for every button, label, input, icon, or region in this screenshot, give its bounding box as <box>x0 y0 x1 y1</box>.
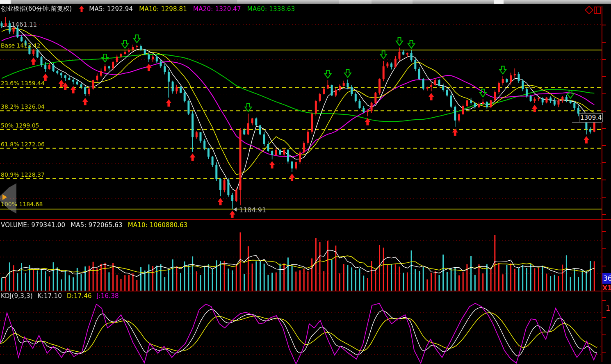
toolbar-segment <box>339 0 372 4</box>
kdj-header: KDJ(9,3,3) K:17.10 D:17.46 J:16.38 <box>1 292 119 300</box>
fib-382-label: 38.2% 1326.04 <box>1 103 45 110</box>
fib-236-label: 23.6% 1359.44 <box>1 80 45 86</box>
window-split-icon-bar <box>596 7 597 13</box>
window-split-icon[interactable] <box>594 7 601 14</box>
low-pointer-icon <box>233 207 237 212</box>
chart-canvas[interactable] <box>0 4 611 364</box>
instrument-title: 创业板指(60分钟.前复权) <box>1 5 72 13</box>
kdj-j-value: J:16.38 <box>97 292 119 300</box>
low-price-annotation: 1184.91 <box>239 206 266 214</box>
fib-809-label: 80.9% 1228.37 <box>1 171 45 178</box>
volume-header: VOLUME: 979341.00 MA5: 972065.63 MA10: 1… <box>1 221 188 229</box>
volume-unit-label: X1 <box>602 284 611 292</box>
kdj-axis-label-fragment: 1 <box>606 304 610 312</box>
ma60-legend: MA60: 1338.63 <box>247 5 295 13</box>
high-price-annotation: 1461.11 <box>11 21 37 28</box>
toolbar-segment <box>400 0 413 4</box>
volume-scale-badge: 36 <box>602 273 611 284</box>
volume-value: VOLUME: 979341.00 <box>1 221 65 229</box>
main-chart-header: 创业板指(60分钟.前复权) MA5: 1292.94 MA10: 1298.8… <box>1 5 295 13</box>
fib-618-label: 61.8% 1272.06 <box>1 141 45 148</box>
toolbar-bottom-strip <box>0 0 611 4</box>
ma5-legend: MA5: 1292.94 <box>89 5 133 13</box>
chart-root: 创业板指(60分钟.前复权) MA5: 1292.94 MA10: 1298.8… <box>0 4 611 364</box>
kdj-title: KDJ(9,3,3) <box>1 292 33 300</box>
volume-ma10-value: MA10: 1060880.63 <box>128 221 188 229</box>
current-price-label: 1309.4 <box>579 113 603 122</box>
ma10-legend: MA10: 1298.81 <box>139 5 187 13</box>
ma20-legend: MA20: 1320.47 <box>193 5 241 13</box>
kdj-d-value: D:17.46 <box>67 292 92 300</box>
up-arrow-icon <box>79 6 84 12</box>
current-price-line <box>572 122 602 123</box>
toolbar-segment <box>0 0 11 4</box>
volume-ma5-value: MA5: 972065.63 <box>71 221 122 229</box>
toolbar-segment <box>11 0 237 4</box>
kdj-k-value: K:17.10 <box>38 292 62 300</box>
fib-50-label: 50% 1299.05 <box>1 122 39 129</box>
toolbar-segment <box>494 0 504 4</box>
fib-base-label: Base 1413.42 <box>1 42 40 49</box>
scroll-left-arrow-icon[interactable] <box>2 194 7 200</box>
